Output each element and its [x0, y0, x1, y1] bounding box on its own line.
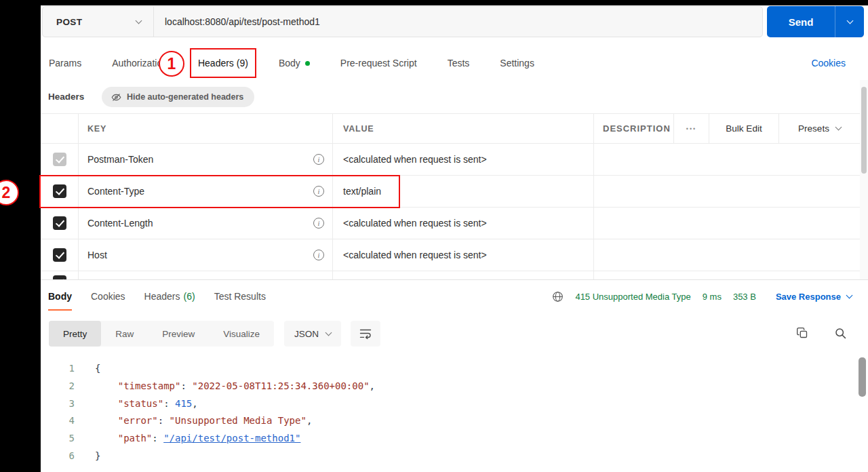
- tab-body[interactable]: Body: [279, 47, 310, 79]
- url-input[interactable]: [154, 7, 762, 37]
- response-tab-cookies[interactable]: Cookies: [91, 280, 125, 313]
- postman-request-panel: POST Send Params Authorization Headers (…: [41, 5, 868, 472]
- header-key: Postman-Token: [87, 154, 153, 165]
- view-preview[interactable]: Preview: [148, 321, 209, 347]
- send-options-button[interactable]: [835, 6, 864, 37]
- code-gutter: 123456: [41, 360, 75, 465]
- chevron-down-icon: [136, 17, 142, 24]
- scrollbar-thumb[interactable]: [861, 87, 867, 174]
- headers-section-title: Headers: [48, 92, 84, 102]
- more-options-button[interactable]: •••: [673, 114, 709, 143]
- search-icon: [835, 328, 846, 339]
- column-description: DESCRIPTION: [593, 114, 673, 143]
- tab-settings[interactable]: Settings: [500, 47, 534, 79]
- checkbox-postman-token[interactable]: [53, 153, 66, 166]
- hide-auto-headers-label: Hide auto-generated headers: [127, 92, 243, 102]
- response-meta: 415 Unsupported Media Type 9 ms 353 B Sa…: [552, 280, 852, 313]
- response-time: 9 ms: [703, 292, 722, 302]
- header-description-cell: [593, 208, 860, 239]
- line-number: 4: [41, 412, 75, 430]
- tab-params[interactable]: Params: [49, 47, 81, 79]
- code-token: :: [180, 380, 192, 391]
- code-token: ,: [370, 380, 375, 391]
- body-modified-dot-icon: [305, 61, 310, 66]
- checkbox-host[interactable]: [53, 248, 66, 262]
- view-visualize[interactable]: Visualize: [209, 321, 274, 347]
- line-number: 6: [41, 448, 75, 465]
- code-token: "2022-05-08T11:25:34.360+00:00": [192, 380, 369, 391]
- header-value: text/plain: [332, 176, 593, 207]
- header-value: <calculated when request is sent>: [332, 208, 593, 239]
- code-token: "error": [118, 415, 158, 426]
- column-value: VALUE: [332, 114, 593, 143]
- response-tab-body[interactable]: Body: [48, 280, 72, 313]
- info-icon[interactable]: i: [313, 218, 324, 229]
- header-description-cell: [593, 176, 860, 207]
- checkbox-content-length[interactable]: [53, 216, 66, 230]
- code-token: [95, 380, 118, 391]
- code-token: }: [95, 450, 100, 461]
- header-key: Content-Length: [87, 218, 153, 229]
- hide-auto-headers-toggle[interactable]: Hide auto-generated headers: [102, 87, 254, 107]
- view-raw[interactable]: Raw: [101, 321, 148, 347]
- wrap-lines-button[interactable]: [351, 321, 380, 347]
- code-lines: { "timestamp": "2022-05-08T11:25:34.360+…: [95, 360, 859, 465]
- code-token: ,: [192, 398, 197, 409]
- json-path-link[interactable]: "/api/test/post-method1": [163, 433, 300, 444]
- send-split-button: Send: [767, 6, 864, 37]
- response-tab-headers-label: Headers: [144, 291, 180, 302]
- format-dropdown[interactable]: JSON: [284, 321, 341, 347]
- header-row-host: Host i <calculated when request is sent>: [41, 239, 860, 271]
- checkbox-content-type[interactable]: [53, 184, 66, 198]
- header-description-cell: [593, 144, 860, 175]
- header-description-cell: [593, 239, 860, 271]
- response-view-toolbar: Pretty Raw Preview Visualize JSON: [49, 321, 380, 347]
- code-token: "status": [118, 398, 163, 409]
- code-token: "Unsupported Media Type": [170, 415, 307, 426]
- column-key: KEY: [78, 114, 332, 143]
- response-scrollbar-thumb[interactable]: [859, 357, 866, 397]
- view-pretty[interactable]: Pretty: [49, 321, 101, 347]
- header-row-partial: [41, 271, 860, 279]
- tab-headers[interactable]: Headers (9) 1: [198, 47, 248, 79]
- annotation-step-1-badge: 1: [159, 51, 184, 77]
- save-response-label: Save Response: [776, 292, 841, 302]
- presets-dropdown[interactable]: Presets: [778, 114, 860, 143]
- scrollbar-track[interactable]: [860, 80, 868, 279]
- line-number: 3: [41, 395, 75, 413]
- header-value: <calculated when request is sent>: [332, 239, 593, 271]
- chevron-down-icon: [846, 292, 853, 298]
- globe-icon[interactable]: [552, 291, 564, 302]
- presets-label: Presets: [798, 123, 829, 134]
- method-selector[interactable]: POST: [43, 7, 154, 37]
- code-line: "error": "Unsupported Media Type",: [95, 412, 859, 430]
- code-line: "timestamp": "2022-05-08T11:25:34.360+00…: [95, 378, 859, 395]
- code-token: "timestamp": [118, 380, 181, 391]
- tab-pre-request-script[interactable]: Pre-request Script: [340, 47, 417, 79]
- tab-tests[interactable]: Tests: [448, 47, 470, 79]
- info-icon[interactable]: i: [313, 250, 324, 260]
- column-checkbox: [41, 114, 78, 143]
- response-body-editor[interactable]: 123456 { "timestamp": "2022-05-08T11:25:…: [41, 356, 859, 472]
- copy-response-button[interactable]: [794, 325, 810, 341]
- code-token: :: [152, 433, 163, 444]
- send-button[interactable]: Send: [767, 6, 835, 37]
- response-tab-test-results[interactable]: Test Results: [214, 280, 266, 313]
- search-response-button[interactable]: [832, 325, 848, 341]
- info-icon[interactable]: i: [313, 186, 324, 197]
- response-status: 415 Unsupported Media Type: [575, 292, 690, 302]
- headers-table: KEY VALUE DESCRIPTION ••• Bulk Edit Pres…: [41, 113, 860, 279]
- code-token: :: [163, 398, 175, 409]
- format-label: JSON: [294, 329, 319, 339]
- line-number: 1: [41, 360, 75, 378]
- cookies-link[interactable]: Cookies: [811, 47, 846, 79]
- wrap-lines-icon: [359, 328, 372, 339]
- save-response-button[interactable]: Save Response: [776, 292, 852, 302]
- code-token: [95, 398, 118, 409]
- tab-headers-label: Headers (9): [198, 58, 248, 68]
- response-tab-headers[interactable]: Headers (6): [144, 280, 195, 313]
- info-icon[interactable]: i: [313, 154, 324, 165]
- header-row-postman-token: Postman-Token i <calculated when request…: [41, 144, 860, 176]
- line-number: 5: [41, 430, 75, 448]
- bulk-edit-button[interactable]: Bulk Edit: [709, 114, 778, 143]
